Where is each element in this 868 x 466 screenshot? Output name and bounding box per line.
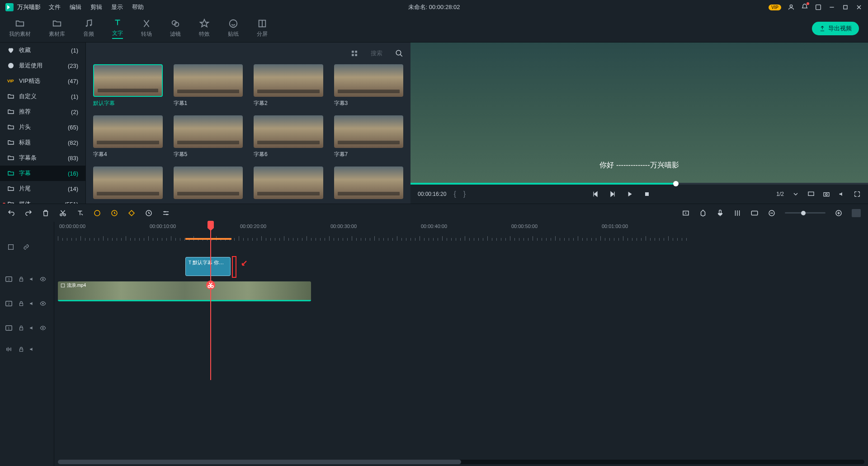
- maximize-icon[interactable]: [842, 4, 849, 11]
- search-input[interactable]: 搜索: [371, 49, 382, 57]
- track-row-v2[interactable]: 流浪.mp4: [54, 279, 868, 303]
- sidebar-item-subtitle[interactable]: 字幕(16): [0, 166, 85, 181]
- stop-icon[interactable]: [643, 190, 651, 198]
- asset-thumbnail[interactable]: [93, 115, 163, 148]
- sidebar-item-opener[interactable]: 片头(65): [0, 119, 85, 135]
- search-icon[interactable]: [395, 49, 403, 57]
- mark-in-icon[interactable]: {: [453, 190, 456, 198]
- asset-item[interactable]: [174, 166, 243, 202]
- preview-progress[interactable]: [410, 183, 868, 185]
- timeline-scrollbar[interactable]: [58, 460, 864, 464]
- grid-view-icon[interactable]: [351, 50, 358, 57]
- snapshot-icon[interactable]: [823, 190, 830, 198]
- sidebar-item-vip[interactable]: VIPVIP精选(47): [0, 73, 85, 89]
- asset-item[interactable]: 字幕1: [174, 64, 243, 107]
- asset-thumbnail[interactable]: [254, 64, 323, 97]
- lock-icon[interactable]: [18, 346, 24, 352]
- keyframe-icon[interactable]: [127, 209, 136, 217]
- mute-icon[interactable]: [29, 276, 35, 282]
- tab-transition[interactable]: 转场: [141, 19, 152, 38]
- lock-icon[interactable]: [18, 300, 24, 307]
- eye-icon[interactable]: [40, 300, 46, 307]
- asset-thumbnail[interactable]: [93, 64, 163, 97]
- menu-help[interactable]: 帮助: [132, 3, 144, 11]
- asset-item[interactable]: [93, 166, 163, 202]
- chevron-down-icon[interactable]: [792, 190, 799, 198]
- text-tool-icon[interactable]: [76, 209, 84, 217]
- tab-sticker[interactable]: 贴纸: [228, 19, 239, 38]
- asset-item[interactable]: 字幕2: [254, 64, 323, 107]
- track-row-v3[interactable]: T 默认字幕 你…: [54, 254, 868, 279]
- save-icon[interactable]: [815, 4, 822, 11]
- asset-thumbnail[interactable]: [254, 115, 323, 148]
- asset-thumbnail[interactable]: [93, 166, 163, 199]
- mixer-icon[interactable]: [733, 209, 741, 217]
- asset-item[interactable]: 字幕6: [254, 115, 323, 158]
- tab-my-media[interactable]: 我的素材: [9, 19, 31, 38]
- track-row-a1[interactable]: [54, 328, 868, 346]
- undo-icon[interactable]: [7, 209, 15, 217]
- zoom-slider[interactable]: [785, 212, 826, 214]
- voice-icon[interactable]: [716, 209, 724, 217]
- asset-item[interactable]: 字幕7: [334, 115, 404, 158]
- clip-trim-handle[interactable]: [232, 256, 236, 278]
- asset-item[interactable]: 字幕5: [174, 115, 243, 158]
- tab-filter[interactable]: 滤镜: [170, 19, 181, 38]
- lock-icon[interactable]: [18, 276, 24, 282]
- sidebar-item-media[interactable]: 媒体(551): [0, 196, 85, 204]
- export-button[interactable]: 导出视频: [812, 22, 859, 35]
- tab-audio[interactable]: 音频: [83, 19, 94, 38]
- adjust-icon[interactable]: [162, 209, 170, 217]
- asset-item[interactable]: [254, 166, 323, 202]
- menu-file[interactable]: 文件: [49, 3, 61, 11]
- sidebar-item-recommend[interactable]: 推荐(2): [0, 104, 85, 119]
- playhead[interactable]: [210, 222, 211, 380]
- tab-split[interactable]: 分屏: [257, 19, 268, 38]
- account-icon[interactable]: [788, 4, 795, 11]
- render-icon[interactable]: [682, 209, 690, 217]
- mute-icon[interactable]: [29, 325, 35, 331]
- eye-icon[interactable]: [40, 325, 46, 331]
- asset-item[interactable]: 默认字幕: [93, 64, 163, 107]
- play-icon[interactable]: [626, 190, 633, 198]
- mark-out-icon[interactable]: }: [463, 190, 466, 198]
- track-row-v1[interactable]: [54, 303, 868, 328]
- mute-icon[interactable]: [29, 300, 35, 307]
- tab-stock[interactable]: 素材库: [49, 19, 65, 38]
- volume-icon[interactable]: [838, 190, 845, 198]
- timeline-view-toggle[interactable]: [852, 209, 861, 217]
- duration-icon[interactable]: [145, 209, 153, 217]
- track-header-a1[interactable]: [0, 340, 54, 358]
- track-header-v3[interactable]: 3: [0, 267, 54, 291]
- eye-icon[interactable]: [40, 276, 46, 282]
- cut-icon[interactable]: [59, 209, 67, 217]
- menu-view[interactable]: 显示: [111, 3, 123, 11]
- link-icon[interactable]: [23, 243, 30, 251]
- asset-item[interactable]: 字幕4: [93, 115, 163, 158]
- tab-effects[interactable]: 特效: [199, 19, 210, 38]
- delete-icon[interactable]: [42, 209, 50, 217]
- speed-icon[interactable]: [110, 209, 118, 217]
- zoom-out-icon[interactable]: [768, 209, 776, 217]
- mute-icon[interactable]: [29, 346, 35, 352]
- notification-icon[interactable]: [801, 3, 808, 10]
- fullscreen-icon[interactable]: [854, 190, 861, 198]
- split-indicator-icon[interactable]: [206, 281, 215, 290]
- track-header-v2[interactable]: 2: [0, 291, 54, 316]
- timeline-ruler[interactable]: 00:00:00:0000:00:10:0000:00:20:0000:00:3…: [54, 222, 868, 241]
- video-clip[interactable]: 流浪.mp4: [58, 281, 311, 301]
- snapping-icon[interactable]: [7, 243, 14, 251]
- crop-icon[interactable]: [93, 209, 101, 217]
- track-area[interactable]: 00:00:00:0000:00:10:0000:00:20:0000:00:3…: [54, 222, 868, 466]
- text-clip[interactable]: T 默认字幕 你…: [185, 257, 231, 276]
- sidebar-item-ending[interactable]: 片尾(14): [0, 181, 85, 196]
- lock-icon[interactable]: [18, 325, 24, 331]
- close-icon[interactable]: [855, 4, 863, 11]
- asset-thumbnail[interactable]: [334, 115, 404, 148]
- prev-frame-icon[interactable]: [592, 190, 599, 198]
- preview-scale[interactable]: 1/2: [776, 191, 784, 197]
- asset-thumbnail[interactable]: [254, 166, 323, 199]
- caption-icon[interactable]: [750, 209, 759, 217]
- marker-icon[interactable]: [699, 209, 707, 217]
- zoom-in-icon[interactable]: [835, 209, 843, 217]
